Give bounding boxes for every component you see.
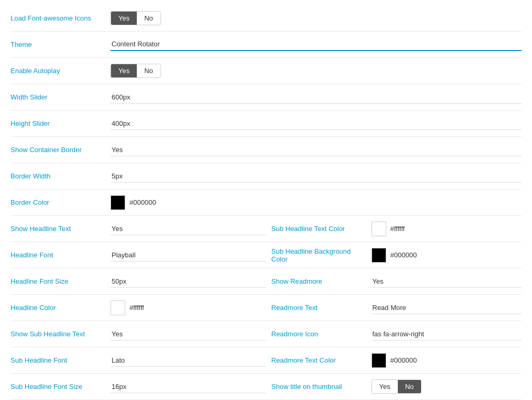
headline-font-size-label: Headline Font Size xyxy=(11,277,111,285)
sub-headline-text-color-swatch[interactable] xyxy=(372,222,386,236)
border-width-value xyxy=(111,170,521,183)
show-sub-headline-input[interactable] xyxy=(111,328,266,341)
theme-input[interactable] xyxy=(111,38,521,51)
sub-headline-font-size-left: Sub Headline Font Size xyxy=(11,381,266,393)
show-title-thumbnail-no[interactable]: No xyxy=(398,380,421,393)
sub-headline-font-row: Sub Headline Font Readmore Text Color #0… xyxy=(11,347,521,374)
sub-headline-font-left: Sub Headline Font xyxy=(11,354,266,367)
show-headline-text-row: Show Headline Text Sub Headline Text Col… xyxy=(11,216,521,242)
headline-color-text: #ffffff xyxy=(129,304,144,312)
show-readmore-input[interactable] xyxy=(372,275,522,288)
show-title-thumbnail-toggle[interactable]: Yes No xyxy=(372,379,422,394)
readmore-text-color-swatch[interactable] xyxy=(372,353,386,368)
headline-font-row: Headline Font Sub Headline Background Co… xyxy=(11,242,521,268)
show-container-border-row: Show Container Border xyxy=(11,137,521,163)
sub-headline-font-size-label: Sub Headline Font Size xyxy=(11,383,111,391)
border-color-row: Border Color #000000 xyxy=(11,189,521,216)
sub-headline-bg-color-text: #000000 xyxy=(390,251,417,259)
height-slider-input[interactable] xyxy=(111,117,521,130)
border-color-display: #000000 xyxy=(111,195,521,210)
readmore-text-color-value: #000000 xyxy=(372,353,522,368)
show-container-border-value xyxy=(111,144,521,156)
show-headline-text-left: Show Headline Text xyxy=(11,223,266,235)
headline-font-left: Headline Font xyxy=(11,249,266,262)
sub-headline-bg-color-right: Sub Headline Background Color #000000 xyxy=(266,247,522,263)
show-sub-headline-row: Show Sub Headline Text Readmore Icon xyxy=(11,321,521,347)
show-sub-headline-value xyxy=(111,328,266,341)
show-sub-headline-label: Show Sub Headline Text xyxy=(11,330,111,338)
show-title-thumbnail-yes[interactable]: Yes xyxy=(372,380,398,393)
readmore-text-right: Readmore Text xyxy=(266,302,522,314)
enable-autoplay-no[interactable]: No xyxy=(137,64,160,77)
sub-headline-font-value xyxy=(111,354,266,367)
show-readmore-value xyxy=(372,275,522,288)
sub-headline-font-size-value xyxy=(111,381,266,393)
headline-color-label: Headline Color xyxy=(11,304,111,312)
sub-headline-font-label: Sub Headline Font xyxy=(11,356,111,364)
load-font-awesome-label: Load Font-awesome Icons xyxy=(11,14,111,22)
height-slider-label: Height Slider xyxy=(11,119,111,127)
show-sub-headline-left: Show Sub Headline Text xyxy=(11,328,266,341)
sub-headline-text-color-display: #ffffff xyxy=(372,222,522,236)
enable-autoplay-toggle[interactable]: Yes No xyxy=(111,64,161,78)
readmore-icon-right: Readmore Icon xyxy=(266,328,522,341)
sub-headline-text-color-label: Sub Headline Text Color xyxy=(266,225,372,233)
readmore-text-label: Readmore Text xyxy=(266,304,372,312)
enable-autoplay-yes[interactable]: Yes xyxy=(111,64,137,77)
headline-color-display: #ffffff xyxy=(111,301,266,315)
border-color-label: Border Color xyxy=(11,198,111,206)
sub-headline-text-color-value: #ffffff xyxy=(372,222,522,236)
load-font-awesome-yes[interactable]: Yes xyxy=(111,12,137,25)
readmore-text-color-text: #000000 xyxy=(390,356,417,364)
headline-font-label: Headline Font xyxy=(11,251,111,259)
width-slider-row: Width Slider xyxy=(11,84,521,111)
headline-font-input[interactable] xyxy=(111,249,266,262)
theme-row: Theme xyxy=(11,32,521,58)
border-width-row: Border Width xyxy=(11,163,521,189)
border-width-label: Border Width xyxy=(11,172,111,180)
headline-color-row: Headline Color #ffffff Readmore Text xyxy=(11,295,521,321)
theme-label: Theme xyxy=(11,41,111,48)
show-container-border-label: Show Container Border xyxy=(11,146,111,154)
headline-font-size-input[interactable] xyxy=(111,275,266,288)
headline-font-value xyxy=(111,249,266,262)
sub-headline-bg-color-display: #000000 xyxy=(372,248,522,263)
width-slider-input[interactable] xyxy=(111,91,521,104)
show-container-border-input[interactable] xyxy=(111,144,521,156)
sub-headline-text-color-right: Sub Headline Text Color #ffffff xyxy=(266,222,522,236)
load-font-awesome-no[interactable]: No xyxy=(137,12,160,25)
show-headline-text-input[interactable] xyxy=(111,223,266,235)
width-slider-value xyxy=(111,91,521,104)
width-slider-label: Width Slider xyxy=(11,93,111,101)
sub-headline-bg-color-swatch[interactable] xyxy=(372,248,386,263)
border-width-input[interactable] xyxy=(111,170,521,183)
readmore-text-input[interactable] xyxy=(372,302,522,314)
sub-headline-bg-color-value: #000000 xyxy=(372,248,522,263)
enable-autoplay-value: Yes No xyxy=(111,64,521,78)
theme-value xyxy=(111,38,521,51)
headline-font-size-row: Headline Font Size Show Readmore xyxy=(11,268,521,295)
sub-headline-font-input[interactable] xyxy=(111,354,266,367)
show-readmore-right: Show Readmore xyxy=(266,275,522,288)
height-slider-value xyxy=(111,117,521,130)
sub-headline-text-color-text: #ffffff xyxy=(390,225,405,233)
load-font-awesome-value: Yes No xyxy=(111,11,521,25)
show-title-thumbnail-label: Show title on thumbnail xyxy=(266,383,372,391)
sub-headline-bg-color-label: Sub Headline Background Color xyxy=(266,247,372,263)
border-color-swatch[interactable] xyxy=(111,195,125,210)
readmore-icon-label: Readmore Icon xyxy=(266,330,372,338)
show-title-thumbnail-value: Yes No xyxy=(372,379,522,394)
load-font-awesome-row: Load Font-awesome Icons Yes No xyxy=(11,5,521,32)
readmore-icon-input[interactable] xyxy=(372,328,522,341)
enable-autoplay-label: Enable Autoplay xyxy=(11,67,111,75)
border-color-text: #000000 xyxy=(129,198,156,206)
headline-color-left: Headline Color #ffffff xyxy=(11,301,266,315)
readmore-text-value xyxy=(372,302,522,314)
enable-autoplay-row: Enable Autoplay Yes No xyxy=(11,58,521,84)
headline-color-value: #ffffff xyxy=(111,301,266,315)
height-slider-row: Height Slider xyxy=(11,111,521,137)
headline-color-swatch[interactable] xyxy=(111,301,125,315)
sub-headline-font-size-input[interactable] xyxy=(111,381,266,393)
load-font-awesome-toggle[interactable]: Yes No xyxy=(111,11,161,25)
sub-headline-font-size-row: Sub Headline Font Size Show title on thu… xyxy=(11,374,521,400)
